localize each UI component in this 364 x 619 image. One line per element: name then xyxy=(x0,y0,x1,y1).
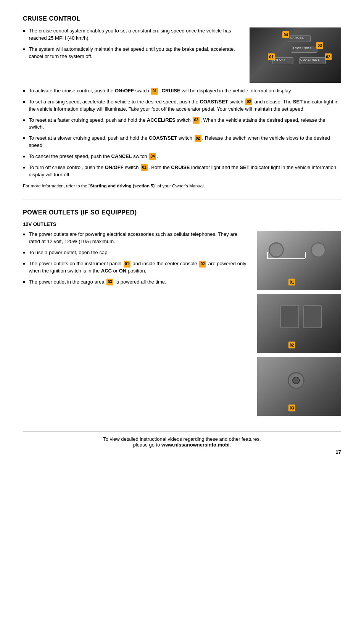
badge-02b: 02 xyxy=(195,135,201,142)
power-badge-01: 01 xyxy=(124,261,130,268)
power-section-body: The power outlets are for powering elect… xyxy=(23,231,341,416)
cruise-bullet-2: The system will automatically maintain t… xyxy=(29,46,242,60)
cruise-control-title: CRUISE CONTROL xyxy=(23,15,341,22)
cruise-bullet-6: To reset at a slower cruising speed, pus… xyxy=(29,135,341,149)
cruise-badge-02: 02 xyxy=(325,53,332,60)
cruise-diagram-image: CANCEL ACCEL/RES ON OFF COAST/SET 04 03 … xyxy=(250,27,341,83)
power-outlets-section: POWER OUTLETS (if so equipped) 12V OUTLE… xyxy=(23,209,341,416)
list-item: To turn off cruise control, push the ON/… xyxy=(23,164,341,179)
list-item: To reset at a faster cruising speed, pus… xyxy=(23,117,341,131)
list-item: The system will automatically maintain t… xyxy=(23,46,242,60)
page-footer: To view detailed instructional videos re… xyxy=(23,431,341,455)
list-item: To reset at a slower cruising speed, pus… xyxy=(23,135,341,149)
list-item: The power outlet in the cargo area 03 is… xyxy=(23,279,250,286)
power-bullet-1: The power outlets are for powering elect… xyxy=(29,231,250,245)
list-item: To set a cruising speed, accelerate the … xyxy=(23,98,341,113)
cruise-footnote: For more information, refer to the "Star… xyxy=(23,184,341,188)
list-item: To cancel the preset speed, push the CAN… xyxy=(23,153,341,160)
power-text-area: The power outlets are for powering elect… xyxy=(23,231,250,416)
power-badge-03: 03 xyxy=(106,279,113,285)
power-outlets-subtitle: 12V OUTLETS xyxy=(23,221,341,227)
list-item: To use a power outlet, open the cap. xyxy=(23,249,250,256)
power-img2-badge: 02 xyxy=(288,342,295,348)
power-image-2: 02 xyxy=(257,294,341,353)
cruise-badge-03: 03 xyxy=(316,42,323,49)
cruise-control-section: CRUISE CONTROL The cruise control system… xyxy=(23,15,341,188)
footer-line1: To view detailed instructional videos re… xyxy=(103,436,261,442)
power-image-1: 01 xyxy=(257,231,341,290)
footer-line2-pre: please go to xyxy=(133,442,161,448)
cruise-badge-04: 04 xyxy=(282,31,289,38)
cruise-bullet-4: To set a cruising speed, accelerate the … xyxy=(29,98,341,113)
list-item: To activate the cruise control, push the… xyxy=(23,87,341,95)
badge-01b: 01 xyxy=(141,164,148,171)
power-images-area: 01 02 03 xyxy=(257,231,341,416)
cruise-text-left: The cruise control system enables you to… xyxy=(23,27,242,83)
cruise-bullets-list: To activate the cruise control, push the… xyxy=(23,87,341,178)
footer-text: To view detailed instructional videos re… xyxy=(23,436,341,448)
power-bullet-2: To use a power outlet, open the cap. xyxy=(29,249,109,256)
power-img3-badge: 03 xyxy=(288,405,295,411)
cruise-bullet-3: To activate the cruise control, push the… xyxy=(29,87,292,95)
badge-03: 03 xyxy=(193,117,200,124)
list-item: The power outlets on the instrument pane… xyxy=(23,260,250,275)
footer-line2-end: . xyxy=(230,442,231,448)
badge-01: 01 xyxy=(151,88,158,95)
power-bullet-4: The power outlet in the cargo area 03 is… xyxy=(29,279,166,286)
badge-04: 04 xyxy=(149,153,156,160)
power-bullet-3: The power outlets on the instrument pane… xyxy=(29,260,250,275)
power-outlets-title: POWER OUTLETS (if so equipped) xyxy=(23,209,341,216)
footer-url: www.nissanownersinfo.mobi xyxy=(161,442,230,448)
power-badge-02: 02 xyxy=(199,261,206,268)
badge-02: 02 xyxy=(245,98,252,105)
cruise-bullet-8: To turn off cruise control, push the ON/… xyxy=(29,164,341,179)
section-divider xyxy=(23,200,341,200)
cruise-bullet-7: To cancel the preset speed, push the CAN… xyxy=(29,153,158,160)
cruise-image-container: CANCEL ACCEL/RES ON OFF COAST/SET 04 03 … xyxy=(250,27,341,83)
cruise-intro-bullets: The cruise control system enables you to… xyxy=(23,27,242,60)
power-image-3: 03 xyxy=(257,357,341,416)
cruise-bullet-1: The cruise control system enables you to… xyxy=(29,27,242,42)
cruise-bullet-5: To reset at a faster cruising speed, pus… xyxy=(29,117,341,131)
page-number: 17 xyxy=(23,449,341,455)
cruise-full-bullets: To activate the cruise control, push the… xyxy=(23,87,341,178)
list-item: The cruise control system enables you to… xyxy=(23,27,242,42)
list-item: The power outlets are for powering elect… xyxy=(23,231,250,245)
power-bullets-list: The power outlets are for powering elect… xyxy=(23,231,250,285)
power-img1-badge: 01 xyxy=(288,279,295,285)
cruise-badge-01: 01 xyxy=(268,53,275,60)
